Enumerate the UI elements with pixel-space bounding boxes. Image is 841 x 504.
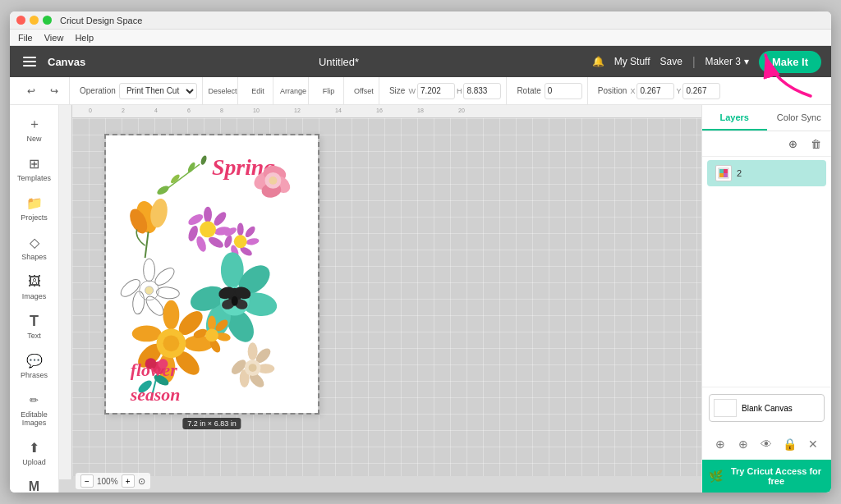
zoom-out-button[interactable]: − [80,474,94,488]
panel-action-visibility[interactable]: 👁 [756,433,777,455]
sidebar-item-monogram[interactable]: M Monogram [13,473,56,493]
save-link[interactable]: Save [660,56,682,67]
projects-icon: 📁 [25,194,44,212]
size-height-input[interactable] [463,83,501,99]
menu-view[interactable]: View [44,33,64,43]
sidebar-item-projects[interactable]: 📁 Projects [13,189,56,227]
redo-button[interactable]: ↪ [44,81,64,101]
fit-icon: ⊙ [138,476,145,487]
panel-tabs: Layers Color Sync [702,105,831,131]
try-cricut-label: Try Cricut Access for free [728,466,825,486]
svg-point-27 [246,237,260,246]
sidebar-item-shapes[interactable]: ◇ Shapes [13,228,56,266]
canvas-viewport[interactable]: 7.2 in × 6.83 in Spring [72,118,701,476]
svg-point-32 [234,235,247,248]
panel-bottom: Blank Canvas [702,387,831,428]
sidebar-item-upload[interactable]: ⬆ Upload [13,433,56,471]
title-bar: Cricut Design Space [10,11,831,30]
position-x-input[interactable] [636,83,674,99]
svg-point-26 [243,225,256,239]
size-inputs: W H [408,83,501,99]
svg-point-17 [204,207,212,223]
sidebar-item-editable-images[interactable]: ✏ Editable Images [13,386,56,432]
svg-point-83 [249,364,257,372]
main-content: ＋ New ⊞ Templates 📁 Projects ◇ Shapes 🖼 … [10,105,831,493]
panel-action-copy[interactable]: ⊕ [710,433,731,455]
flip-button[interactable]: Flip [319,81,338,101]
sidebar-label-new: New [26,135,41,143]
zoom-level: 100% [97,477,118,486]
svg-point-33 [144,259,155,282]
ruler-mark-18: 18 [417,108,424,113]
bell-icon[interactable]: 🔔 [592,56,604,67]
position-section: Position X Y [593,77,726,104]
hamburger-button[interactable] [20,53,39,70]
window-controls [16,16,52,25]
my-stuff-link[interactable]: My Stuff [614,56,650,67]
svg-point-37 [132,291,145,314]
delete-layer-button[interactable]: 🗑 [807,135,825,153]
sidebar-item-images[interactable]: 🖼 Images [13,268,56,305]
panel-action-lock[interactable]: 🔒 [779,433,801,455]
svg-point-21 [195,235,208,253]
sidebar-label-upload: Upload [22,458,46,466]
blank-canvas-thumbnail [714,399,737,417]
undo-button[interactable]: ↩ [21,81,41,101]
minimize-button[interactable] [30,16,39,25]
try-cricut-bar[interactable]: 🌿 Try Cricut Access for free [702,460,831,493]
svg-point-6 [156,184,171,196]
design-canvas[interactable]: 7.2 in × 6.83 in Spring [105,135,319,414]
blank-canvas-label: Blank Canvas [742,404,793,413]
rotate-label: Rotate [517,86,540,95]
menu-bar: File View Help [10,30,831,46]
svg-point-34 [152,265,177,289]
arrange-button[interactable]: Arrange [283,81,303,101]
operation-select[interactable]: Print Then Cut [119,83,197,99]
edit-button[interactable]: Edit [248,81,268,101]
panel-action-paste[interactable]: ⊕ [733,433,754,455]
layer-thumb-icon [717,167,730,180]
sidebar-item-new[interactable]: ＋ New [13,110,56,148]
flip-section: Flip [314,77,344,104]
maximize-button[interactable] [43,16,52,25]
offset-button[interactable]: Offset [354,81,374,101]
tab-color-sync[interactable]: Color Sync [767,105,832,131]
monogram-icon: M [25,478,44,493]
maker-selector[interactable]: Maker 3 ▾ [705,56,749,67]
size-width-input[interactable] [417,83,455,99]
blank-canvas-button[interactable]: Blank Canvas [709,394,825,422]
menu-file[interactable]: File [18,33,33,43]
close-button[interactable] [16,16,25,25]
position-y-input[interactable] [682,83,720,99]
ruler-mark-16: 16 [376,108,383,113]
sidebar-label-projects: Projects [21,213,48,222]
add-layer-button[interactable]: ⊕ [784,135,802,153]
deselect-section: Deselect [208,77,238,104]
images-icon: 🖼 [25,273,44,291]
hamburger-icon [23,65,36,66]
ruler-mark-20: 20 [458,108,465,113]
panel-actions: ⊕ ⊕ 👁 🔒 ✕ [702,428,831,460]
svg-point-24 [200,222,216,238]
panel-action-delete[interactable]: ✕ [802,433,824,455]
left-sidebar: ＋ New ⊞ Templates 📁 Projects ◇ Shapes 🖼 … [10,105,59,493]
make-it-button[interactable]: Make It [759,51,821,73]
chevron-down-icon: ▾ [744,56,749,67]
sidebar-label-shapes: Shapes [21,253,47,261]
editable-images-icon: ✏ [25,391,44,409]
deselect-button[interactable]: Deselect [213,81,232,101]
menu-help[interactable]: Help [75,33,94,43]
sidebar-item-templates[interactable]: ⊞ Templates [13,149,56,187]
sidebar-item-text[interactable]: T Text [13,307,56,345]
canvas-area[interactable]: 0 2 4 6 8 10 12 14 16 18 20 7.2 in × 6.8… [59,105,701,493]
zoom-in-button[interactable]: + [122,474,135,488]
rotate-input[interactable] [545,83,582,99]
tab-layers[interactable]: Layers [702,105,767,131]
layer-item[interactable]: 2 [707,160,826,186]
svg-line-5 [167,164,200,189]
sidebar-item-phrases[interactable]: 💬 Phrases [13,346,56,384]
ruler-mark-14: 14 [335,108,342,113]
canvas-size-label: 7.2 in × 6.83 in [182,418,241,429]
svg-point-15 [269,176,277,185]
ruler-horizontal: 0 2 4 6 8 10 12 14 16 18 20 [72,105,701,118]
